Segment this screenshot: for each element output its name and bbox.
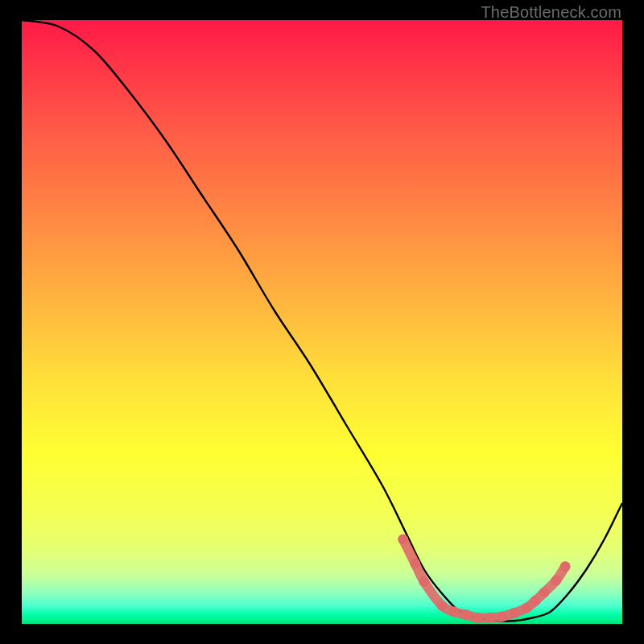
dot xyxy=(449,607,460,617)
dot xyxy=(419,576,429,587)
dot xyxy=(473,613,483,623)
dot xyxy=(497,612,507,622)
bottleneck-curve xyxy=(22,20,622,621)
watermark-text: TheBottleneck.com xyxy=(481,3,621,22)
dot xyxy=(398,535,408,545)
dot xyxy=(410,559,420,569)
plot-area xyxy=(22,20,622,624)
dot xyxy=(551,576,561,586)
dot xyxy=(539,588,550,598)
dot xyxy=(509,608,519,618)
dot xyxy=(461,609,472,620)
dot xyxy=(437,601,448,611)
curve-layer xyxy=(22,20,622,624)
dot xyxy=(485,613,495,623)
dot xyxy=(521,603,531,613)
chart-frame: TheBottleneck.com xyxy=(0,0,644,644)
dot xyxy=(560,561,571,572)
dot xyxy=(530,596,540,606)
optimal-range-dots xyxy=(398,535,570,624)
